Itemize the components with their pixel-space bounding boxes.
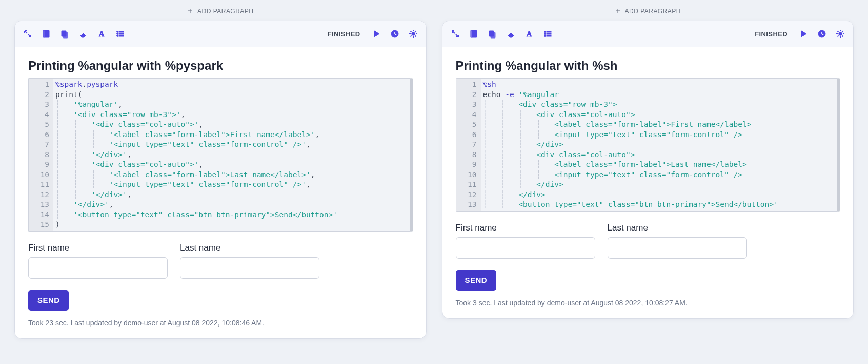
paragraph-body: Printing %angular with %pyspark 12345678… (15, 47, 426, 338)
book-icon[interactable] (469, 29, 478, 39)
gear-icon[interactable] (836, 29, 845, 39)
code-editor[interactable]: 123456789101112131415 %spark.pysparkprin… (28, 78, 413, 232)
list-icon[interactable] (543, 29, 552, 39)
paragraph-toolbar: FINISHED (442, 21, 854, 47)
eraser-icon[interactable] (78, 29, 88, 39)
code-area[interactable]: %spark.pysparkprint(┆ '%angular',┆ '<div… (53, 79, 410, 231)
first-name-label: First name (456, 223, 595, 233)
paragraph-toolbar: FINISHED (15, 21, 426, 47)
paragraph-title: Printing %angular with %pyspark (28, 59, 413, 73)
clock-icon[interactable] (390, 29, 399, 39)
add-paragraph-button[interactable]: ADD PARAGRAPH (14, 4, 427, 21)
form-group-last: Last name (180, 243, 319, 279)
paragraph-column: ADD PARAGRAPH FINISHED (442, 4, 854, 339)
send-button[interactable]: SEND (456, 270, 496, 291)
notebook-page: ADD PARAGRAPH FINISHED (0, 0, 868, 359)
font-icon[interactable] (524, 29, 534, 39)
book-icon[interactable] (42, 29, 51, 39)
left-toolbar (451, 29, 552, 39)
gear-icon[interactable] (409, 29, 418, 39)
collapse-icon[interactable] (23, 29, 32, 39)
right-toolbar: FINISHED (755, 29, 845, 39)
send-button[interactable]: SEND (28, 290, 69, 311)
plus-icon (615, 7, 621, 15)
form-group-first: First name (28, 243, 168, 279)
code-editor[interactable]: 12345678910111213 %shecho -e '%angular┆ … (456, 78, 840, 212)
play-icon[interactable] (799, 29, 808, 39)
right-toolbar: FINISHED (328, 29, 418, 39)
copy-icon[interactable] (60, 29, 69, 39)
add-paragraph-label: ADD PARAGRAPH (625, 8, 681, 15)
clock-icon[interactable] (817, 29, 826, 39)
status-text: FINISHED (755, 30, 788, 38)
copy-icon[interactable] (488, 29, 497, 39)
output-form: First name Last name (456, 223, 840, 259)
paragraph-card: FINISHED Printing %angular with %pyspark… (14, 21, 427, 339)
paragraph-card: FINISHED Printing %angular with %sh 1234… (442, 21, 854, 319)
execution-footer: Took 3 sec. Last updated by demo-user at… (456, 299, 840, 307)
first-name-label: First name (28, 243, 168, 253)
code-area[interactable]: %shecho -e '%angular┆ ┆ <div class="row … (481, 79, 837, 211)
last-name-label: Last name (180, 243, 319, 253)
first-name-input[interactable] (28, 257, 168, 279)
add-paragraph-button[interactable]: ADD PARAGRAPH (442, 4, 854, 21)
paragraph-title: Printing %angular with %sh (456, 59, 840, 73)
execution-footer: Took 23 sec. Last updated by demo-user a… (28, 319, 413, 327)
left-toolbar (23, 29, 125, 39)
collapse-icon[interactable] (451, 29, 460, 39)
plus-icon (187, 7, 193, 15)
eraser-icon[interactable] (506, 29, 515, 39)
form-group-last: Last name (608, 223, 747, 259)
form-group-first: First name (456, 223, 595, 259)
first-name-input[interactable] (456, 237, 595, 259)
list-icon[interactable] (115, 29, 125, 39)
last-name-input[interactable] (608, 237, 747, 259)
add-paragraph-label: ADD PARAGRAPH (197, 8, 253, 15)
paragraph-column: ADD PARAGRAPH FINISHED (14, 4, 427, 339)
font-icon[interactable] (97, 29, 106, 39)
line-gutter: 123456789101112131415 (29, 79, 53, 231)
play-icon[interactable] (372, 29, 381, 39)
last-name-input[interactable] (180, 257, 319, 279)
line-gutter: 12345678910111213 (456, 79, 481, 211)
output-form: First name Last name (28, 243, 413, 279)
status-text: FINISHED (328, 30, 360, 38)
paragraph-body: Printing %angular with %sh 1234567891011… (442, 47, 854, 318)
last-name-label: Last name (608, 223, 747, 233)
